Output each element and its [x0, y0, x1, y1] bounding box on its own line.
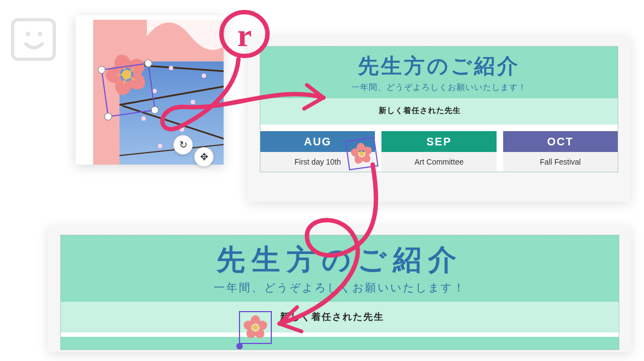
- intro-subtitle-large: 一年間、どうぞよろしくお願いいたします！: [61, 280, 619, 295]
- new-teachers-band: 新しく着任された先生: [260, 98, 618, 125]
- teachers-intro-panel-small: 先生方のご紹介 一年間、どうぞよろしくお願いいたします！ 新しく着任された先生 …: [248, 36, 630, 202]
- svg-rect-6: [13, 20, 54, 59]
- intro-title-large: 先生方のご紹介: [61, 241, 619, 279]
- panel2-content: 先生方のご紹介 一年間、どうぞよろしくお願いいたします！ 新しく着任された先生 …: [260, 46, 618, 172]
- smiley-doodle: [8, 12, 63, 67]
- intro-title: 先生方のご紹介: [260, 52, 618, 80]
- months-row: AUG First day 10th SEP Art Committee OCT…: [260, 131, 618, 172]
- month-column: SEP Art Committee: [381, 131, 496, 172]
- month-header-sep: SEP: [381, 131, 496, 152]
- selection-rotate-handle[interactable]: [236, 343, 243, 349]
- svg-point-7: [26, 32, 30, 36]
- new-teachers-label-large: 新しく着任された先生: [280, 311, 384, 323]
- teachers-intro-panel-large: 先生方のご紹介 一年間、どうぞよろしくお願いいたします！ 新しく着任された先生: [48, 226, 631, 352]
- move-icon: ✥: [200, 151, 208, 163]
- month-event: Art Committee: [381, 152, 496, 172]
- move-tool-button[interactable]: ✥: [194, 147, 214, 167]
- new-teachers-label: 新しく着任された先生: [379, 106, 461, 116]
- intro-subtitle: 一年間、どうぞよろしくお願いいたします！: [260, 82, 618, 93]
- editor-canvas-panel: ↻ ✥: [76, 15, 224, 165]
- sakura-icon[interactable]: [239, 311, 272, 344]
- sakura-icon[interactable]: [345, 137, 379, 171]
- svg-point-8: [38, 32, 42, 36]
- month-event: Fall Festival: [503, 152, 618, 172]
- month-column: OCT Fall Festival: [503, 131, 618, 172]
- rotate-icon: ↻: [179, 139, 187, 151]
- selection-box[interactable]: [101, 63, 155, 117]
- rotate-tool-button[interactable]: ↻: [173, 135, 193, 155]
- new-teachers-band-large: 新しく着任された先生: [61, 302, 619, 332]
- panel3-content: 先生方のご紹介 一年間、どうぞよろしくお願いいたします！ 新しく着任された先生: [60, 235, 619, 350]
- wave-decoration: [147, 20, 224, 64]
- month-header-oct: OCT: [503, 131, 618, 152]
